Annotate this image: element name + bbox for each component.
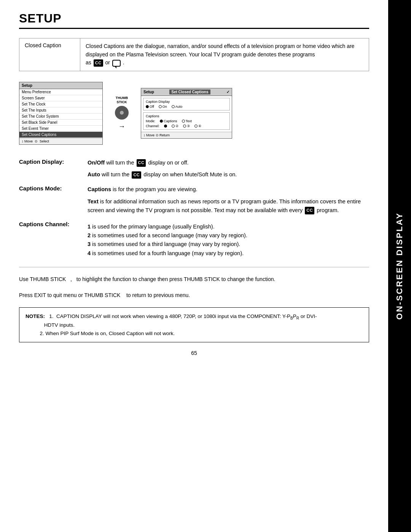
channel-3: ③ [183,124,190,128]
menu-left-header: Setup [19,82,102,89]
channel-4: ④ [194,124,201,128]
menu-right-check-icon: ✓ [226,90,229,94]
note-item-1: 1. CAPTION DISPLAY will not work when vi… [49,313,317,319]
notes-label: NOTES: [25,313,45,319]
captions-desc: is for the program you are viewing. [113,186,197,192]
caption-display-desc: On/Off will turn the CC display on or of… [88,158,369,179]
notes-box: NOTES: 1. CAPTION DISPLAY will not work … [19,307,369,343]
captions-channel-row: Channel: ② ③ [146,124,227,128]
menu-item-menu-preference: Menu Preference [19,89,102,95]
cc-icon-inline: CC [94,59,103,67]
caption-display-options: Off On Auto [146,105,227,109]
menu-right-selected-item: Set Closed Captions [169,89,210,94]
auto-desc2: display on when Mute/Soft Mute is on. [143,171,237,177]
thumbstick-circle [115,106,129,120]
text-bold: Text [88,198,99,204]
menu-right-footer: ↕ Move ⊙ Return [141,132,232,138]
arrow-thumbstick-area: THUMB STICK → [103,96,141,131]
cc-icon-auto: CC [132,171,141,179]
radio-mode-text [182,120,185,123]
definition-desc-line1: Closed Captions are the dialogue, narrat… [86,43,354,58]
caption-display-block: Caption Display: On/Off will turn the CC… [19,158,369,179]
channel-item-3: 3 is sometimes used for a third language… [88,240,369,249]
thumbstick-dot [120,111,124,115]
radio-ch1-filled [164,125,167,128]
radio-on [159,105,162,108]
usage-note-1: Use THUMB STICK , to highlight the funct… [19,275,369,283]
usage-note-2: Press EXIT to quit menu or THUMB STICK t… [19,291,369,299]
menu-item-black-side: Set Black Side Panel [19,120,102,126]
menu-item-screen-saver: Screen Saver [19,95,102,101]
caption-display-auto: Auto [172,105,183,109]
menu-item-event-timer: Set Event Timer [19,126,102,132]
section-divider [19,267,369,267]
definition-table: Closed Caption Closed Captions are the d… [19,38,369,71]
radio-ch4 [194,125,198,128]
radio-ch3 [183,125,186,128]
auto-desc: will turn the [102,171,131,177]
thumbstick-label: THUMB STICK [116,96,128,104]
mode-text: Text [182,119,192,123]
captions-section-title: Captions [146,114,227,118]
cc-icon-text: CC [305,207,314,214]
captions-channel-block: Captions Channel: 1 is used for the prim… [19,221,369,259]
sidebar-label-text: ON-SCREEN DISPLAY [395,212,404,320]
text-desc2: program. [317,207,339,213]
on-off-desc2: display on or off. [148,160,188,166]
diagram-area: Setup Menu Preference Screen Saver Set T… [19,82,369,145]
captions-mode-term: Captions Mode: [19,185,88,215]
page-number: 65 [19,350,369,356]
channel-list: 1 is used for the primary language (usua… [88,222,369,258]
channel-2: ② [172,124,178,128]
menu-right-box: Setup Set Closed Captions ✓ Caption Disp… [141,88,232,139]
channel-item-2: 2 is sometimes used for a second languag… [88,231,369,240]
captions-mode-desc: Captions is for the program you are view… [88,185,369,215]
captions-mode-row: Mode: Captions Text [146,119,227,123]
channel-item-1: 1 is used for the primary language (usua… [88,222,369,231]
caption-display-section: Caption Display Off On Auto [143,98,230,110]
captions-channel-term: Captions Channel: [19,221,88,259]
menu-right-header: Setup Set Closed Captions ✓ [141,88,232,96]
menu-item-set-inputs: Set The Inputs [19,107,102,113]
on-off-desc: will turn the [106,160,135,166]
note-item-2: 2. When PIP Surf Mode is on, Closed Capt… [40,331,175,336]
arrow-right-icon: → [118,123,125,131]
captions-channel-desc: 1 is used for the primary language (usua… [88,221,369,259]
menu-item-closed-captions: Set Closed Captions [19,132,102,138]
radio-ch2 [172,125,175,128]
captions-bold: Captions [88,186,111,192]
sidebar-label: ON-SCREEN DISPLAY [388,0,411,532]
caption-display-on: On [159,105,167,109]
menu-right-title: Setup [143,90,154,94]
definition-desc-line2: as [86,59,91,66]
page-title: SETUP [19,11,369,29]
speech-bubble-icon [112,60,121,67]
captions-section: Captions Mode: Captions Text Chan [143,112,230,130]
menu-item-set-color: Set The Color System [19,113,102,120]
definition-term: Closed Caption [19,38,80,71]
mode-captions: Captions [160,119,177,123]
cc-icon-onoff: CC [137,159,146,167]
menu-left-box: Setup Menu Preference Screen Saver Set T… [19,82,103,145]
on-off-bold: On/Off [88,160,105,166]
definition-or: or [105,59,110,66]
radio-auto [172,105,175,108]
note-item-1b: HDTV inputs. [44,322,75,328]
channel-item-4: 4 is sometimes used for a fourth languag… [88,249,369,258]
caption-display-term: Caption Display: [19,158,88,179]
channel-1 [164,125,167,128]
radio-off-filled [146,105,149,108]
caption-display-off: Off [146,105,154,109]
menu-item-set-clock: Set The Clock [19,101,102,107]
caption-display-title: Caption Display [146,100,227,104]
radio-mode-captions-filled [160,120,163,123]
auto-bold: Auto [88,171,100,177]
menu-left-footer: ↕ Move ⊙ Select [19,138,102,144]
definition-desc: Closed Captions are the dialogue, narrat… [80,38,369,71]
captions-mode-block: Captions Mode: Captions is for the progr… [19,185,369,215]
